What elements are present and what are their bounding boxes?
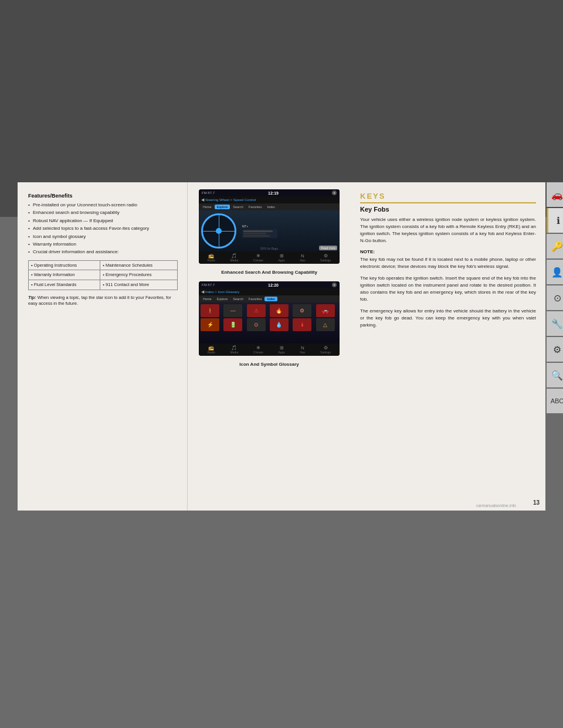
- keys-heading: KEYS: [360, 192, 536, 203]
- bullet-5: Icon and symbol glossary: [28, 234, 178, 240]
- screen1-icon-media[interactable]: 🎵 Media: [230, 253, 239, 262]
- side-tab-info[interactable]: ℹ: [547, 208, 563, 233]
- screen2-back[interactable]: ◀: [201, 290, 204, 294]
- side-tab-car[interactable]: 🚗: [547, 182, 563, 207]
- bullet-7: Crucial driver information and assistanc…: [28, 249, 178, 255]
- right-column: KEYS Key Fobs Your vehicle uses either a…: [351, 182, 545, 511]
- screen2-icon-nav[interactable]: N Nav: [300, 345, 306, 354]
- bullet-3: Robust NAV application — If Equipped: [28, 218, 178, 224]
- screen2-icon-settings[interactable]: ⚙ Settings: [320, 345, 331, 354]
- screen1-tabs: Home Explore Search Favorites Index: [199, 203, 340, 210]
- table-cell-1-1: Operating Instructions: [29, 260, 100, 270]
- side-tab-key[interactable]: 🔑: [547, 234, 563, 258]
- middle-column: FM 87.7 12:19 ✕ ◀ Steering Wheel > Speed…: [188, 182, 351, 511]
- screen1-bottom-icons: 📻 Radio 🎵 Media ❄ Climate ⊞ Apps: [199, 251, 340, 264]
- side-tab-gear[interactable]: ⚙: [547, 337, 563, 362]
- bullet-4: Add selected topics to a fast-access Fav…: [28, 226, 178, 232]
- side-tab-tools[interactable]: 🔧: [547, 311, 563, 336]
- screen2-tab-explore[interactable]: Explore: [215, 297, 230, 301]
- screen1-tab-favorites[interactable]: Favorites: [246, 205, 264, 209]
- screen1: FM 87.7 12:19 ✕ ◀ Steering Wheel > Speed…: [199, 189, 340, 264]
- screen1-tab-explore[interactable]: Explore: [215, 205, 230, 209]
- page-inner: Features/Benefits Pre-installed on your …: [18, 182, 545, 511]
- screen1-caption: Enhanced Search And Browsing Capability: [221, 270, 317, 275]
- paragraph-2: The key fob may not be found if it is lo…: [360, 256, 536, 270]
- bullet-2: Enhanced search and browsing capability: [28, 210, 178, 216]
- screen1-close[interactable]: ✕: [332, 190, 337, 195]
- side-tab-abc[interactable]: ABC: [547, 389, 563, 413]
- table-cell-3-2: 911 Contact and More: [100, 280, 178, 290]
- crucial-table: Operating Instructions Maintenance Sched…: [28, 260, 178, 290]
- screen2: FM 87.7 12:20 ✕ ◀ Index > Icon Glossary …: [199, 281, 340, 356]
- table-cell-2-2: Emergency Procedures: [100, 270, 178, 280]
- bullet-1: Pre-installed on your Uconnect touch-scr…: [28, 202, 178, 208]
- paragraph-3: The key fob operates the ignition switch…: [360, 275, 536, 303]
- screen2-close[interactable]: ✕: [332, 283, 337, 287]
- screen2-icon-media[interactable]: 🎵 Media: [230, 345, 239, 354]
- left-column: Features/Benefits Pre-installed on your …: [18, 182, 188, 511]
- screen2-tab-index[interactable]: Index: [264, 297, 277, 301]
- screen1-fm: FM 87.7: [202, 191, 215, 195]
- screen2-navbar: ◀ Index > Icon Glossary: [199, 288, 340, 295]
- screen1-tab-search[interactable]: Search: [230, 205, 245, 209]
- screen1-tab-index[interactable]: Index: [264, 205, 277, 209]
- screen2-caption: Icon And Symbol Glossary: [239, 362, 299, 368]
- screen2-tab-favorites[interactable]: Favorites: [246, 297, 264, 301]
- screen1-topbar: FM 87.7 12:19 ✕: [199, 189, 340, 196]
- note-label: NOTE:: [360, 249, 536, 254]
- screen2-bottom-icons: 📻 Radio 🎵 Media ❄ Climate ⊞ Apps: [199, 343, 340, 356]
- screen1-tab-home[interactable]: Home: [201, 205, 214, 209]
- screen1-content: MT+ Read more SRS Air Bags: [199, 210, 340, 251]
- watermark: carmanualsonline.info: [476, 504, 516, 508]
- screen1-icon-climate[interactable]: ❄ Climate: [253, 253, 263, 262]
- screen2-tab-search[interactable]: Search: [230, 297, 245, 301]
- table-cell-3-1: Fluid Level Standards: [29, 280, 100, 290]
- screen2-time: 12:20: [268, 283, 279, 287]
- tip-label: Tip:: [28, 295, 36, 300]
- side-tab-search[interactable]: 🔍: [547, 363, 563, 387]
- paragraph-1: Your vehicle uses either a wireless igni…: [360, 216, 536, 244]
- tip-body: When viewing a topic, tap the star icon …: [28, 295, 171, 307]
- screen1-icon-radio[interactable]: 📻 Radio: [208, 253, 215, 262]
- screen2-icon-radio[interactable]: 📻 Radio: [208, 345, 215, 354]
- screen2-fm: FM 87.7: [202, 283, 215, 287]
- screen2-icon-apps[interactable]: ⊞ Apps: [278, 345, 284, 354]
- screen2-icon-climate[interactable]: ❄ Climate: [253, 345, 263, 354]
- screen2-tabs: Home Explore Search Favorites Index: [199, 295, 340, 302]
- table-cell-2-1: Warranty Information: [29, 270, 100, 280]
- paragraph-4: The emergency key allows for entry into …: [360, 308, 536, 329]
- screen2-breadcrumb: Index > Icon Glossary: [205, 290, 239, 294]
- screen2-content: 🚶 — ⚠ 🔥 ⚙ 🚗 ⚡ 🔋 ⊙ 💧 🌡 △: [199, 302, 340, 343]
- screen1-back[interactable]: ◀: [201, 198, 204, 202]
- side-tabs: 🚗 ℹ 🔑 👤 ⊙ 🔧 ⚙ 🔍 ABC: [547, 182, 563, 413]
- screen1-icon-apps[interactable]: ⊞ Apps: [278, 253, 284, 262]
- side-tab-steering[interactable]: ⊙: [547, 285, 563, 310]
- tip-text: Tip: When viewing a topic, tap the star …: [28, 295, 178, 307]
- screen1-navbar: ◀ Steering Wheel > Speed Control: [199, 196, 340, 203]
- page-outer: Features/Benefits Pre-installed on your …: [0, 0, 563, 728]
- screen1-icon-nav[interactable]: N Nav: [300, 253, 306, 262]
- table-cell-1-2: Maintenance Schedules: [100, 260, 178, 270]
- screen1-icon-settings[interactable]: ⚙ Settings: [320, 253, 331, 262]
- features-list: Pre-installed on your Uconnect touch-scr…: [28, 202, 178, 256]
- screen1-time: 12:19: [268, 191, 279, 195]
- side-tab-person[interactable]: 👤: [547, 260, 563, 284]
- page-number: 13: [533, 499, 540, 506]
- screen1-breadcrumb: Steering Wheel > Speed Control: [205, 198, 256, 202]
- bullet-6: Warranty information: [28, 241, 178, 247]
- features-title: Features/Benefits: [28, 193, 178, 199]
- screen2-topbar: FM 87.7 12:20 ✕: [199, 281, 340, 288]
- screen2-tab-home[interactable]: Home: [201, 297, 214, 301]
- key-fobs-heading: Key Fobs: [360, 206, 536, 213]
